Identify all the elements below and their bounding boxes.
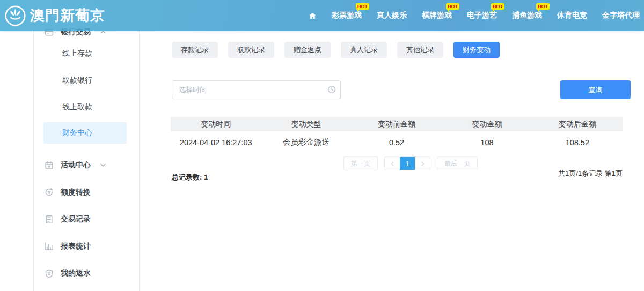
tab-other-records[interactable]: 其他记录 bbox=[397, 42, 443, 58]
nav-item-esports[interactable]: 体育电竞 bbox=[557, 11, 587, 20]
sidebar-item-label: 报表统计 bbox=[61, 242, 91, 251]
table-header-cell: 变动类型 bbox=[261, 120, 351, 129]
table-cell: 会员彩金派送 bbox=[261, 137, 351, 147]
transfer-icon bbox=[45, 188, 54, 197]
sidebar-item-my-rebate[interactable]: 我的返水 bbox=[34, 265, 139, 281]
main-content: 存款记录取款记录赠金返点真人记录其他记录财务变动 查询 变动时间变动类型变动前金… bbox=[141, 31, 644, 291]
main-nav: 彩票游戏HOT真人娱乐棋牌游戏HOT电子游艺HOT捕鱼游戏HOT体育电竞金字塔代… bbox=[309, 11, 640, 20]
sidebar-item-report-stats[interactable]: 报表统计 bbox=[34, 238, 139, 255]
nav-item-live[interactable]: 真人娱乐 bbox=[377, 11, 407, 20]
page: 银行交易线上存款取款银行线上取款财务中心活动中心额度转换交易记录报表统计我的返水… bbox=[0, 0, 644, 291]
page-summary-label: 共1页/1条记录 第1页 bbox=[558, 169, 623, 178]
nav-item-label: 棋牌游戏 bbox=[422, 11, 452, 19]
top-header: 澳門新葡京 彩票游戏HOT真人娱乐棋牌游戏HOT电子游艺HOT捕鱼游戏HOT体育… bbox=[0, 0, 644, 31]
nav-item-label: 电子游艺 bbox=[467, 11, 497, 19]
sidebar-item-finance-center[interactable]: 财务中心 bbox=[43, 122, 127, 144]
tab-withdraw-records[interactable]: 取款记录 bbox=[228, 42, 274, 58]
document-icon bbox=[45, 215, 54, 224]
lotus-logo-icon bbox=[4, 5, 26, 27]
sidebar-item-transaction-records[interactable]: 交易记录 bbox=[34, 211, 139, 227]
sidebar: 银行交易线上存款取款银行线上取款财务中心活动中心额度转换交易记录报表统计我的返水 bbox=[33, 0, 140, 291]
sidebar-item-label: 交易记录 bbox=[61, 214, 91, 224]
hot-badge: HOT bbox=[536, 3, 550, 10]
clock-icon bbox=[327, 85, 336, 94]
table-body: 2024-04-02 16:27:03会员彩金派送0.52108108.52 bbox=[171, 131, 623, 153]
sidebar-item-online-withdraw[interactable]: 线上取款 bbox=[34, 94, 139, 121]
table-header-row: 变动时间变动类型变动前金额变动金额变动后金额 bbox=[171, 117, 623, 131]
home-icon[interactable] bbox=[309, 12, 317, 20]
tab-bonus-rebate[interactable]: 赠金返点 bbox=[284, 42, 331, 58]
hot-badge: HOT bbox=[446, 3, 459, 10]
brand-logo[interactable]: 澳門新葡京 bbox=[4, 5, 105, 27]
bar-chart-icon bbox=[45, 242, 54, 251]
sidebar-item-quota-transfer[interactable]: 额度转换 bbox=[34, 184, 139, 200]
table-header-cell: 变动金额 bbox=[442, 120, 532, 129]
nav-item-label: 金字塔代理 bbox=[602, 11, 640, 19]
chevron-right-icon[interactable] bbox=[415, 157, 430, 170]
nav-item-slots[interactable]: 电子游艺HOT bbox=[467, 11, 497, 20]
total-records-label: 总记录数: 1 bbox=[172, 173, 208, 182]
table-row: 2024-04-02 16:27:03会员彩金派送0.52108108.52 bbox=[171, 131, 623, 153]
record-tabs: 存款记录取款记录赠金返点真人记录其他记录财务变动 bbox=[172, 42, 500, 58]
search-button[interactable]: 查询 bbox=[560, 80, 631, 99]
tab-deposit-records[interactable]: 存款记录 bbox=[172, 42, 218, 58]
tab-live-records[interactable]: 真人记录 bbox=[341, 42, 387, 58]
sidebar-item-label: 我的返水 bbox=[61, 268, 91, 278]
sidebar-subitem-label: 线上取款 bbox=[62, 102, 92, 112]
nav-item-board[interactable]: 棋牌游戏HOT bbox=[422, 11, 452, 20]
shield-icon bbox=[45, 269, 54, 278]
nav-item-label: 体育电竞 bbox=[557, 11, 587, 19]
hot-badge: HOT bbox=[356, 3, 369, 10]
table-header-cell: 变动前金额 bbox=[352, 120, 442, 129]
sidebar-subitem-label: 线上存款 bbox=[62, 49, 92, 58]
sidebar-item-online-deposit[interactable]: 线上存款 bbox=[34, 40, 139, 67]
table-cell: 108.52 bbox=[532, 138, 623, 147]
table-cell: 0.52 bbox=[352, 138, 442, 147]
hot-badge: HOT bbox=[491, 3, 504, 10]
nav-item-fishing[interactable]: 捕鱼游戏HOT bbox=[512, 11, 542, 20]
calendar-icon bbox=[45, 161, 54, 170]
chevron-down-icon bbox=[100, 162, 106, 168]
pagination-current-page[interactable]: 1 bbox=[400, 157, 415, 170]
sidebar-item-activity-center[interactable]: 活动中心 bbox=[34, 157, 139, 173]
chevron-left-icon[interactable] bbox=[385, 157, 400, 170]
date-range-input[interactable] bbox=[172, 80, 341, 99]
nav-item-label: 捕鱼游戏 bbox=[512, 11, 542, 19]
brand-name: 澳門新葡京 bbox=[30, 6, 105, 25]
nav-item-label: 彩票游戏 bbox=[332, 11, 362, 19]
date-filter bbox=[172, 80, 341, 99]
nav-item-lottery[interactable]: 彩票游戏HOT bbox=[332, 11, 362, 20]
sidebar-item-label: 额度转换 bbox=[61, 188, 91, 197]
table-cell: 108 bbox=[442, 138, 532, 147]
sidebar-subitem-label: 取款银行 bbox=[62, 76, 92, 85]
table-header-cell: 变动时间 bbox=[171, 120, 261, 129]
records-info-row: 总记录数: 1 共1页/1条记录 第1页 bbox=[172, 169, 623, 182]
sidebar-subitem-label: 财务中心 bbox=[62, 128, 92, 138]
sidebar-item-withdraw-bank[interactable]: 取款银行 bbox=[34, 67, 139, 94]
sidebar-item-label: 活动中心 bbox=[61, 160, 91, 170]
sidebar-menu: 银行交易线上存款取款银行线上取款财务中心活动中心额度转换交易记录报表统计我的返水 bbox=[34, 24, 139, 281]
nav-item-label: 真人娱乐 bbox=[377, 11, 407, 19]
table-cell: 2024-04-02 16:27:03 bbox=[171, 138, 261, 147]
records-table: 变动时间变动类型变动前金额变动金额变动后金额 2024-04-02 16:27:… bbox=[171, 117, 623, 153]
tab-finance-changes[interactable]: 财务变动 bbox=[453, 42, 500, 58]
nav-item-agent[interactable]: 金字塔代理 bbox=[602, 11, 640, 20]
table-header-cell: 变动后金额 bbox=[532, 120, 623, 129]
